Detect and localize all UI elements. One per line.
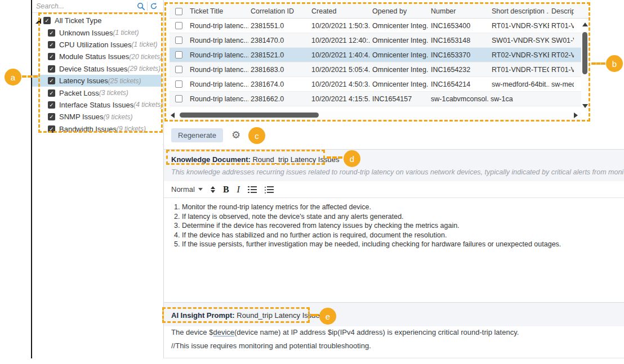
bullet-list-button[interactable]: [265, 186, 274, 194]
table-row[interactable]: Round-trip latenc... 2381674.0 10/20/202…: [170, 77, 589, 92]
table-row[interactable]: Round-trip latenc... 2381683.0 10/20/202…: [170, 62, 589, 77]
cell-short-description: sw-1cabvmconsol...: [429, 95, 488, 103]
horizontal-scrollbar[interactable]: [170, 111, 581, 119]
tree-item-label: Latency Issues: [59, 77, 108, 85]
row-checkbox[interactable]: [175, 51, 182, 59]
expander-triangle-icon[interactable]: [35, 18, 41, 24]
gear-icon[interactable]: ⚙: [231, 128, 240, 142]
checkbox-checked-icon[interactable]: ✓: [48, 113, 55, 120]
annotation-circle-a: a: [5, 69, 21, 86]
editor-toolbar: Normal B I: [164, 181, 624, 198]
tree-item-label: Unknown Issues: [59, 29, 113, 37]
tree-item-count: (1 ticket): [113, 29, 139, 37]
ai-insight-value: Round_trip Latency Issue: [237, 311, 319, 320]
knowledge-editor-body[interactable]: Monitor the round-trip latency metrics f…: [164, 198, 624, 288]
sidebar-item-bandwidth-issues[interactable]: ✓ Bandwidth Issues(9 tickets): [32, 123, 162, 135]
tree-item-count: (25 tickets): [108, 77, 141, 85]
prompt-line-2: //This issue requires monitoring and pot…: [171, 341, 618, 350]
row-checkbox[interactable]: [175, 22, 182, 29]
sidebar-item-packet-loss[interactable]: ✓ Packet Loss(3 tickets): [32, 87, 162, 98]
stepper-down-icon: [211, 190, 215, 193]
scroll-down-icon[interactable]: [582, 104, 588, 108]
sidebar-item-unknown-issues[interactable]: ✓ Unknown Issues(1 ticket): [32, 26, 162, 38]
row-checkbox[interactable]: [175, 66, 182, 73]
resolution-steps-list: Monitor the round-trip latency metrics f…: [182, 204, 624, 248]
row-checkbox[interactable]: [175, 80, 182, 88]
scroll-right-icon[interactable]: [574, 113, 578, 118]
ai-insight-prompt-text[interactable]: The device $device(device name) at IP ad…: [171, 326, 618, 350]
cell-number: INC1653148: [429, 37, 489, 44]
table-row[interactable]: Round-trip latenc... 2381470.0 10/20/202…: [170, 33, 589, 48]
cell-opened-by: Omnicenter Integ...: [370, 37, 429, 44]
table-row[interactable]: Round-trip latenc... 2381551.0 10/20/202…: [170, 19, 589, 33]
cell-number: INC1653370: [429, 51, 489, 59]
sidebar-item-interface-status-issues[interactable]: ✓ Interface Status Issues(4 tickets): [32, 99, 162, 111]
cell-correlation-id: 2381551.0: [248, 22, 309, 30]
bold-button[interactable]: B: [223, 185, 229, 195]
cell-opened-by: Omnicenter Integ...: [370, 80, 429, 88]
column-header-ticket-title[interactable]: Ticket Title: [188, 7, 248, 15]
annotation-connector-b: [591, 62, 605, 65]
cell-created: 10/20/2021 4:50:3...: [309, 80, 370, 88]
annotation-circle-b: b: [606, 55, 623, 72]
column-header-created[interactable]: Created: [309, 7, 370, 15]
cell-created: 10/20/2021 1:50:3...: [309, 22, 370, 30]
refresh-icon[interactable]: [148, 1, 160, 12]
regenerate-button[interactable]: Regenerate: [171, 128, 223, 142]
cell-description: sw-medfor: [549, 80, 574, 88]
column-header-number[interactable]: Number: [429, 7, 489, 15]
ai-insight-label: AI Insight Prompt:: [171, 311, 235, 320]
annotation-connector-e: [311, 314, 319, 316]
scroll-up-icon[interactable]: [582, 23, 588, 26]
sidebar-item-cpu-utilization-issues[interactable]: ✓ CPU Utilization Issues(1 ticket): [32, 39, 162, 51]
cell-number: INC1654232: [429, 66, 489, 74]
app-window: ✓ All Ticket Type ✓ Unknown Issues(1 tic…: [0, 0, 624, 364]
cell-correlation-id: 2381662.0: [248, 95, 309, 103]
checkbox-checked-icon[interactable]: ✓: [48, 125, 55, 133]
scroll-left-icon[interactable]: [171, 113, 175, 118]
prompt-line-1: The device $device(device name) at IP ad…: [171, 328, 618, 336]
table-row-selected[interactable]: Round-trip latenc... 2381521.0 10/20/202…: [170, 48, 589, 62]
vertical-scroll-thumb[interactable]: [582, 32, 587, 74]
column-header-short-description[interactable]: Short description ...: [489, 7, 549, 15]
column-header-description[interactable]: Description: [549, 7, 574, 15]
ticket-type-tree: ✓ All Ticket Type ✓ Unknown Issues(1 tic…: [32, 15, 163, 135]
checkbox-checked-icon[interactable]: ✓: [48, 41, 55, 48]
tree-item-count: (20 tickets): [129, 53, 162, 61]
search-icon[interactable]: [135, 1, 147, 12]
tree-root-all-ticket-type[interactable]: ✓ All Ticket Type: [32, 15, 163, 26]
sidebar-item-module-status-issues[interactable]: ✓ Module Status Issues(20 tickets): [32, 51, 162, 62]
cell-ticket-title: Round-trip latenc...: [188, 22, 248, 30]
cell-short-description: sw-medford-64bit...: [489, 80, 549, 88]
column-header-correlation-id[interactable]: Correlation ID: [248, 7, 309, 15]
row-checkbox[interactable]: [175, 37, 182, 44]
column-header-opened-by[interactable]: Opened by: [370, 7, 429, 15]
search-input[interactable]: [36, 2, 135, 10]
sidebar-item-device-status-issues[interactable]: ✓ Device Status Issues(29 tickets): [32, 63, 162, 75]
list-item: If the issue persists, further investiga…: [182, 241, 624, 248]
italic-button[interactable]: I: [237, 185, 240, 195]
select-all-checkbox[interactable]: [175, 8, 182, 15]
checkbox-checked-icon[interactable]: ✓: [48, 53, 55, 60]
ordered-list-button[interactable]: [248, 186, 257, 194]
ai-insight-heading: AI Insight Prompt: Round_trip Latency Is…: [171, 311, 320, 320]
row-checkbox[interactable]: [175, 95, 182, 102]
tree-item-count: (3 tickets): [99, 89, 128, 97]
cell-ticket-title: Round-trip latenc...: [188, 51, 248, 59]
checkbox-checked-icon[interactable]: ✓: [48, 77, 55, 84]
checkbox-checked-icon[interactable]: ✓: [48, 65, 55, 73]
vertical-scrollbar[interactable]: [581, 19, 589, 110]
checkbox-checked-icon[interactable]: ✓: [48, 89, 55, 97]
sidebar-item-latency-issues[interactable]: ✓ Latency Issues(25 tickets): [32, 75, 162, 87]
sidebar-item-snmp-issues[interactable]: ✓ SNMP Issues(9 tickets): [32, 111, 162, 123]
cell-created: 10/20/2021 1:40:4...: [309, 51, 370, 59]
checkbox-checked-icon[interactable]: ✓: [48, 29, 55, 37]
table-row[interactable]: Round-trip latenc... 2381662.0 10/20/202…: [170, 92, 589, 106]
tree-item-label: Interface Status Issues: [59, 101, 133, 109]
tree-item-count: (4 tickets): [133, 101, 163, 109]
format-select[interactable]: Normal: [171, 185, 203, 194]
checkbox-checked-icon[interactable]: ✓: [48, 101, 55, 109]
horizontal-scroll-thumb[interactable]: [180, 113, 319, 118]
size-stepper[interactable]: [211, 186, 215, 193]
checkbox-checked-icon[interactable]: ✓: [43, 17, 51, 24]
